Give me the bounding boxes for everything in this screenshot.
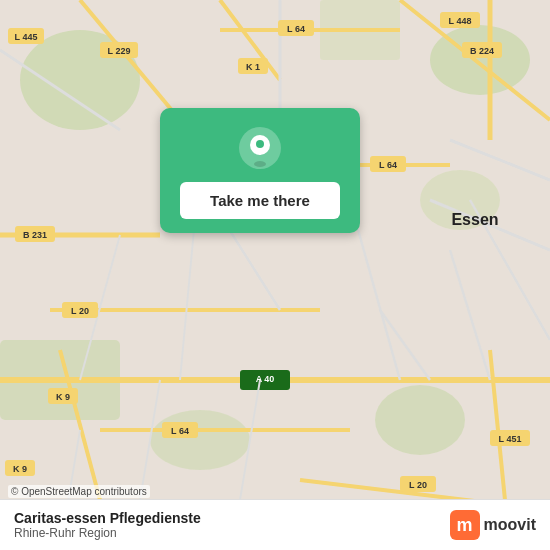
- svg-text:L 64: L 64: [171, 426, 189, 436]
- svg-text:L 64: L 64: [287, 24, 305, 34]
- info-bar: Caritas-essen Pflegedienste Rhine-Ruhr R…: [0, 499, 550, 550]
- location-card: Take me there: [160, 108, 360, 233]
- svg-text:L 448: L 448: [449, 16, 472, 26]
- map-container: L 445 L 229 L 64 L 448 B 224 K 1 B 231 L…: [0, 0, 550, 550]
- svg-text:B 231: B 231: [23, 230, 47, 240]
- map-attribution: © OpenStreetMap contributors: [8, 485, 150, 498]
- moovit-icon: m: [450, 510, 480, 540]
- svg-text:L 445: L 445: [15, 32, 38, 42]
- svg-point-71: [256, 140, 264, 148]
- map-background: L 445 L 229 L 64 L 448 B 224 K 1 B 231 L…: [0, 0, 550, 550]
- svg-text:K 9: K 9: [13, 464, 27, 474]
- svg-point-6: [375, 385, 465, 455]
- svg-text:Essen: Essen: [451, 211, 498, 228]
- svg-text:L 64: L 64: [379, 160, 397, 170]
- svg-point-70: [254, 161, 266, 167]
- svg-text:A 40: A 40: [256, 374, 275, 384]
- svg-text:L 451: L 451: [499, 434, 522, 444]
- take-me-there-button[interactable]: Take me there: [180, 182, 340, 219]
- moovit-label: moovit: [484, 516, 536, 534]
- location-name: Caritas-essen Pflegedienste: [14, 510, 201, 526]
- location-region: Rhine-Ruhr Region: [14, 526, 201, 540]
- svg-text:K 9: K 9: [56, 392, 70, 402]
- info-text: Caritas-essen Pflegedienste Rhine-Ruhr R…: [14, 510, 201, 540]
- svg-text:L 20: L 20: [71, 306, 89, 316]
- pin-icon: [238, 126, 282, 170]
- svg-point-5: [150, 410, 250, 470]
- svg-text:L 229: L 229: [108, 46, 131, 56]
- svg-text:K 1: K 1: [246, 62, 260, 72]
- svg-text:B 224: B 224: [470, 46, 494, 56]
- svg-text:L 20: L 20: [409, 480, 427, 490]
- moovit-logo: m moovit: [450, 510, 536, 540]
